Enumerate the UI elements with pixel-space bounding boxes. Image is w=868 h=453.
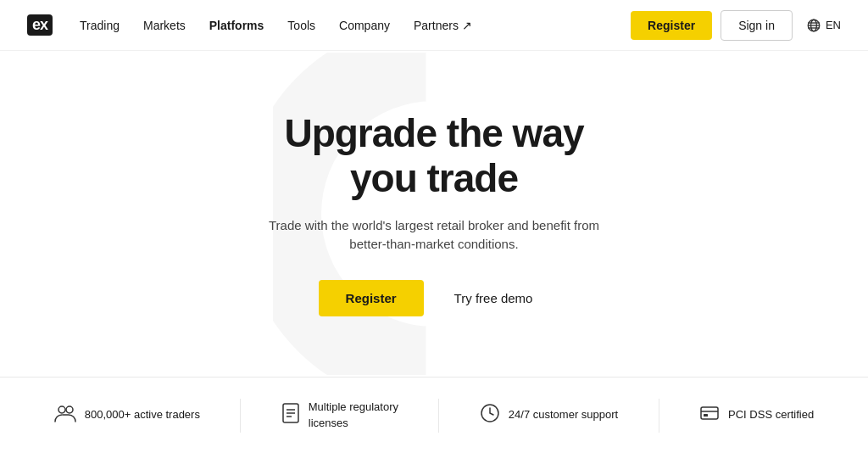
nav-tools[interactable]: Tools (287, 19, 315, 32)
stats-bar: 800,000+ active traders Multiple regulat… (0, 377, 868, 453)
nav-links: Trading Markets Platforms Tools Company … (80, 19, 631, 32)
globe-icon (806, 18, 821, 33)
svg-rect-16 (704, 414, 708, 417)
nav-platforms[interactable]: Platforms (209, 19, 264, 32)
stat-licenses-text: Multiple regulatorylicenses (309, 400, 398, 430)
svg-point-7 (58, 406, 65, 413)
stat-divider-1 (240, 399, 241, 433)
logo-text: ex (27, 14, 53, 36)
nav-register-button[interactable]: Register (631, 11, 712, 40)
language-selector[interactable]: EN (806, 18, 841, 33)
support-icon (480, 403, 500, 428)
stat-pci-text: PCI DSS certified (728, 407, 814, 422)
pci-icon (699, 403, 720, 428)
hero-demo-button[interactable]: Try free demo (437, 280, 550, 316)
hero-section: Upgrade the way you trade Trade with the… (0, 51, 868, 377)
nav-partners[interactable]: Partners ↗ (414, 19, 472, 32)
svg-rect-14 (701, 407, 718, 419)
hero-content: Upgrade the way you trade Trade with the… (264, 111, 604, 316)
svg-point-8 (66, 406, 73, 413)
hero-register-button[interactable]: Register (319, 280, 424, 316)
licenses-icon (281, 403, 300, 428)
lang-label: EN (826, 19, 841, 31)
stat-traders: 800,000+ active traders (54, 404, 200, 428)
nav-signin-button[interactable]: Sign in (721, 10, 793, 41)
logo[interactable]: ex (27, 14, 53, 36)
nav-actions: Register Sign in EN (631, 10, 841, 41)
hero-buttons: Register Try free demo (264, 280, 604, 316)
nav-trading[interactable]: Trading (80, 19, 120, 32)
stat-divider-2 (438, 399, 439, 433)
stat-divider-3 (659, 399, 659, 433)
nav-company[interactable]: Company (339, 19, 390, 32)
hero-title: Upgrade the way you trade (264, 111, 604, 201)
nav-markets[interactable]: Markets (143, 19, 186, 32)
hero-subtitle: Trade with the world's largest retail br… (264, 216, 604, 254)
stat-traders-text: 800,000+ active traders (85, 407, 200, 422)
stat-licenses: Multiple regulatorylicenses (281, 400, 398, 430)
stat-pci: PCI DSS certified (699, 403, 814, 428)
stat-support-text: 24/7 customer support (509, 407, 618, 422)
navbar: ex Trading Markets Platforms Tools Compa… (0, 0, 868, 51)
traders-icon (54, 404, 76, 428)
stat-support: 24/7 customer support (480, 403, 618, 428)
